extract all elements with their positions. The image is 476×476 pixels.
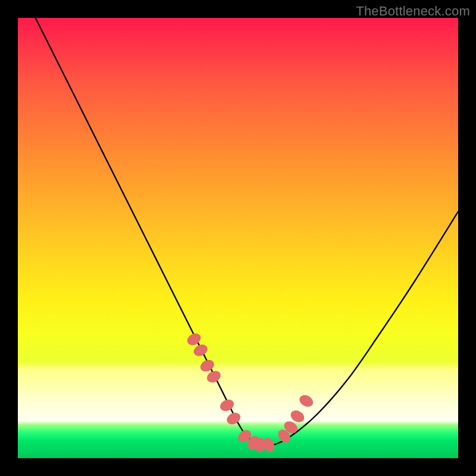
bead-markers bbox=[185, 331, 315, 453]
bead-marker bbox=[298, 393, 315, 409]
curve-svg bbox=[18, 18, 458, 458]
bottleneck-curve bbox=[18, 18, 458, 446]
plot-area bbox=[18, 18, 458, 458]
bead-marker bbox=[218, 397, 236, 414]
chart-container: TheBottleneck.com bbox=[0, 0, 476, 476]
watermark-text: TheBottleneck.com bbox=[356, 4, 470, 19]
bead-marker bbox=[261, 436, 276, 453]
